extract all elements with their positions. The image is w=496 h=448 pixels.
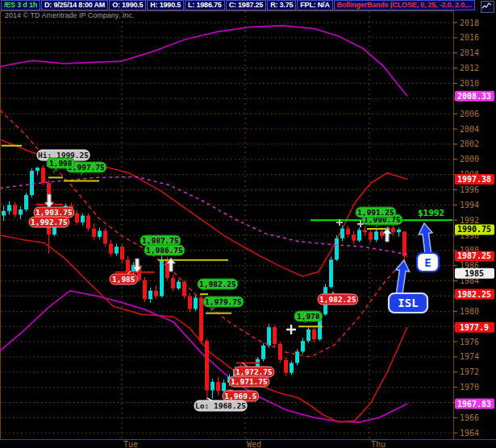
candle-up bbox=[115, 247, 119, 253]
candle-up bbox=[222, 383, 226, 391]
price-bubble-label: 1,991.25 bbox=[357, 208, 394, 217]
candle-down bbox=[352, 234, 356, 241]
candle-up bbox=[374, 231, 378, 239]
candle-up bbox=[397, 230, 401, 232]
axis-price-label: 1964 bbox=[460, 429, 479, 438]
symbol-timeframe-chip[interactable]: /ES 3 d 1h bbox=[1, 0, 40, 10]
candle-up bbox=[335, 239, 339, 259]
candle-up bbox=[210, 382, 215, 390]
line-chart-icon bbox=[481, 2, 492, 10]
axis-price-label: 2000 bbox=[460, 155, 479, 164]
candle-down bbox=[120, 247, 124, 259]
candle-down bbox=[188, 296, 192, 309]
candle-down bbox=[86, 216, 90, 229]
candle-up bbox=[98, 230, 102, 237]
axis-price-badge-label: 1967.83 bbox=[457, 400, 491, 409]
candle-down bbox=[278, 344, 282, 360]
day-axis-label: Wed bbox=[247, 440, 261, 448]
candle-up bbox=[329, 259, 333, 287]
price-bubble-label: 1,987.75 bbox=[142, 236, 179, 245]
candle-up bbox=[81, 216, 85, 222]
axis-price-badge-label: 2008.33 bbox=[457, 92, 491, 101]
bollinger-study-chip[interactable]: BollingerBands (CLOSE, 0, 25, -2.0, 2.0,… bbox=[334, 0, 475, 10]
candle-up bbox=[301, 341, 305, 351]
axis-price-label: 2002 bbox=[460, 139, 479, 148]
buy-arrow-icon bbox=[383, 228, 392, 242]
candle-down bbox=[284, 360, 288, 373]
ohlc-field-chip[interactable]: C: 1987.25 bbox=[226, 0, 267, 10]
price-bubble-label: 1,998 bbox=[49, 159, 73, 168]
candle-down bbox=[75, 214, 79, 222]
candle-down bbox=[402, 231, 406, 256]
axis-price-label: 2010 bbox=[460, 79, 479, 88]
candle-up bbox=[290, 363, 294, 372]
axis-price-label: 1980 bbox=[460, 307, 479, 316]
axis-price-badge-label: 1990.75 bbox=[457, 225, 491, 234]
candle-up bbox=[306, 330, 311, 341]
axis-price-label: 1992 bbox=[460, 216, 479, 225]
price-bubble-label: 1,992.75 bbox=[31, 218, 68, 226]
price-bubble-label: 1,978 bbox=[297, 312, 320, 321]
candle-down bbox=[199, 297, 203, 341]
candle-down bbox=[391, 228, 395, 233]
axis-price-label: 2006 bbox=[460, 110, 479, 118]
axis-price-label: 2004 bbox=[460, 125, 479, 134]
candle-up bbox=[194, 297, 198, 309]
price-bubble-label: 1,971.75 bbox=[231, 377, 268, 386]
candle-up bbox=[160, 260, 164, 297]
bollinger-lower-band-red bbox=[0, 235, 407, 422]
axis-price-label: 1970 bbox=[460, 383, 479, 392]
candle-down bbox=[216, 382, 220, 391]
bollinger-upper-band-magenta bbox=[0, 26, 407, 96]
day-axis-label: Thu bbox=[371, 440, 386, 448]
candle-up bbox=[261, 346, 265, 359]
axis-price-label: 1976 bbox=[460, 338, 479, 346]
copyright-text: 2014 © TD Ameritrade IP Company, Inc. bbox=[5, 11, 134, 19]
candle-up bbox=[2, 211, 6, 216]
price-chart-canvas[interactable]: 2018201620142012201020082006200420022000… bbox=[0, 0, 496, 448]
price-bubble-label: 1,986.75 bbox=[146, 246, 183, 255]
axis-price-label: 2014 bbox=[460, 48, 479, 57]
candle-up bbox=[267, 327, 271, 346]
axis-price-badge-label: 1977.9 bbox=[460, 323, 489, 332]
ohlc-field-chip[interactable]: L: 1986.75 bbox=[185, 0, 225, 10]
ohlc-field-chip[interactable]: H: 1990.5 bbox=[147, 0, 184, 10]
ohlc-field-chip[interactable]: R: 3.75 bbox=[267, 0, 296, 10]
annotation-label-text: E bbox=[424, 256, 431, 269]
candle-down bbox=[92, 229, 96, 237]
axis-price-label: 2016 bbox=[460, 33, 479, 42]
annotation-arrow-icon bbox=[396, 260, 410, 296]
sell-arrow-icon bbox=[45, 194, 54, 208]
candle-down bbox=[205, 341, 209, 390]
ohlc-field-chips: D: 9/25/14 8:00 AMO: 1990.5H: 1990.5L: 1… bbox=[41, 0, 333, 10]
ohlc-field-chip[interactable]: FPL: N/A bbox=[297, 0, 332, 10]
annotation-label-text: ISL bbox=[398, 297, 418, 309]
axis-price-label: 1994 bbox=[460, 201, 479, 209]
price-bubble-label: 1,979.75 bbox=[205, 297, 242, 306]
axis-price-label: 1974 bbox=[460, 352, 479, 361]
candle-up bbox=[7, 205, 11, 211]
candle-up bbox=[340, 229, 344, 239]
trading-platform-window: 2018201620142012201020082006200420022000… bbox=[0, 0, 496, 448]
candle-up bbox=[177, 282, 181, 288]
price-bubble-label: 1,993.75 bbox=[35, 208, 73, 217]
price-bubble-label: 1,972.75 bbox=[235, 367, 273, 376]
price-bubble-label: 1,969.5 bbox=[224, 392, 256, 400]
ohlc-field-chip[interactable]: D: 9/25/14 8:00 AM bbox=[41, 0, 108, 10]
candle-up bbox=[357, 230, 361, 240]
axis-price-badge-label: 1997.38 bbox=[457, 175, 491, 184]
day-axis-label: Tue bbox=[123, 440, 138, 448]
candle-down bbox=[171, 278, 175, 288]
price-target-label: $1992 bbox=[418, 208, 444, 218]
candle-up bbox=[19, 209, 23, 215]
axis-price-badge-label: 1985 bbox=[465, 269, 484, 278]
axis-price-label: 2018 bbox=[460, 19, 479, 27]
chart-style-icon[interactable] bbox=[481, 1, 494, 13]
candle-down bbox=[154, 291, 158, 297]
chart-data-header: /ES 3 d 1h D: 9/25/14 8:00 AMO: 1990.5H:… bbox=[0, 0, 481, 10]
ohlc-field-chip[interactable]: O: 1990.5 bbox=[109, 0, 146, 10]
candle-down bbox=[346, 229, 350, 235]
candle-up bbox=[35, 168, 40, 171]
candle-down bbox=[369, 232, 373, 239]
candle-down bbox=[363, 230, 367, 232]
